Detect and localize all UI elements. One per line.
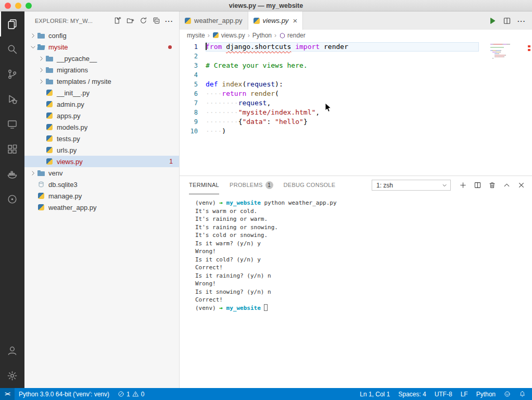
- activitybar-remote-explorer[interactable]: [0, 111, 24, 136]
- tree-item-tests-py[interactable]: tests.py: [24, 133, 179, 144]
- status-problems[interactable]: 10: [113, 388, 148, 400]
- tree-item-label: apps.py: [57, 112, 81, 120]
- activitybar-docker[interactable]: [0, 161, 24, 186]
- tree-item-models-py[interactable]: models.py: [24, 121, 179, 133]
- warning-count: 0: [141, 391, 145, 398]
- code-line-10[interactable]: 10····): [180, 127, 532, 136]
- breadcrumb-separator: ›: [274, 32, 276, 39]
- line-number[interactable]: 8: [180, 108, 206, 117]
- explorer-action-collapse-all[interactable]: [150, 15, 162, 27]
- activitybar-explorer[interactable]: [0, 11, 24, 36]
- line-number[interactable]: 10: [180, 127, 206, 136]
- terminal-shell-select[interactable]: 1: zsh: [372, 180, 451, 191]
- panel-tab-problems[interactable]: PROBLEMS1: [230, 176, 273, 194]
- line-number[interactable]: 7: [180, 98, 206, 108]
- tree-item-migrations[interactable]: migrations: [24, 64, 179, 76]
- panel-tab-debug-console[interactable]: DEBUG CONSOLE: [284, 176, 336, 194]
- code-line-2[interactable]: 2: [180, 52, 532, 61]
- activitybar-settings[interactable]: [0, 363, 24, 388]
- breadcrumb-python[interactable]: Python: [252, 32, 272, 39]
- panel-action-close-panel[interactable]: [515, 180, 527, 191]
- tree-item-label: manage.py: [48, 192, 82, 200]
- line-number[interactable]: 2: [180, 52, 206, 61]
- tree-item-weather-app-py[interactable]: weather_app.py: [24, 202, 179, 213]
- close-panel-icon: [517, 181, 525, 189]
- line-number[interactable]: 5: [180, 80, 206, 89]
- zoom-window-button[interactable]: [26, 3, 32, 9]
- tree-item-pycache[interactable]: __pycache__: [24, 53, 179, 64]
- tab-weather-app-py[interactable]: weather_app.py: [180, 11, 248, 30]
- tree-item-db-sqlite3[interactable]: db.sqlite3: [24, 179, 179, 190]
- breadcrumb-separator: ›: [248, 32, 250, 39]
- activitybar-search[interactable]: [0, 36, 24, 61]
- status-eol[interactable]: LF: [457, 388, 472, 400]
- tree-item-init-py[interactable]: __init__.py: [24, 87, 179, 98]
- breadcrumb-label: mysite: [187, 32, 205, 39]
- code-line-6[interactable]: 6····return render(: [180, 89, 532, 98]
- minimap[interactable]: [490, 44, 524, 59]
- title-bar[interactable]: views.py — my_website: [0, 0, 532, 11]
- tree-item-templates-mysite[interactable]: templates / mysite: [24, 76, 179, 87]
- panel-action-maximize-panel[interactable]: [501, 180, 512, 191]
- code-line-9[interactable]: 9········{"data": "hello"}: [180, 117, 532, 127]
- explorer-action-more[interactable]: ···: [163, 15, 175, 27]
- explorer-action-new-file[interactable]: [111, 15, 123, 27]
- code-line-4[interactable]: 4: [180, 70, 532, 80]
- activitybar-extensions[interactable]: [0, 136, 24, 161]
- editor-action-more[interactable]: ···: [515, 15, 528, 27]
- minimize-window-button[interactable]: [15, 3, 21, 9]
- panel-action-new-terminal[interactable]: [457, 180, 468, 191]
- python-file-icon: [45, 111, 54, 120]
- line-number[interactable]: 6: [180, 89, 206, 98]
- code-line-5[interactable]: 5def index(request):: [180, 80, 532, 89]
- panel-action-split-terminal[interactable]: [472, 180, 483, 191]
- tree-item-views-py[interactable]: views.py1: [24, 156, 179, 167]
- panel-tab-terminal[interactable]: TERMINAL: [189, 176, 219, 194]
- code-line-8[interactable]: 8········"mysite/index.html",: [180, 108, 532, 117]
- status-interpreter[interactable]: Python 3.9.0 64-bit ('venv': venv): [15, 388, 113, 400]
- python-file-icon: [45, 100, 54, 108]
- panel-action-kill-terminal[interactable]: [486, 180, 498, 191]
- settings-icon: [7, 370, 18, 381]
- explorer-action-new-folder[interactable]: [124, 15, 136, 27]
- tree-item-label: migrations: [57, 66, 88, 74]
- code-line-7[interactable]: 7········request,: [180, 98, 532, 108]
- terminal-output[interactable]: (venv) → my_website python weather_app.p…: [180, 194, 532, 312]
- status-cursor-position[interactable]: Ln 1, Col 1: [356, 388, 394, 400]
- code-editor[interactable]: 1from django.shortcuts import render23# …: [180, 41, 532, 176]
- line-number[interactable]: 4: [180, 70, 206, 80]
- tree-item-urls-py[interactable]: urls.py: [24, 144, 179, 156]
- activitybar-accounts[interactable]: [0, 338, 24, 363]
- activitybar-run-debug[interactable]: [0, 86, 24, 111]
- code-line-3[interactable]: 3# Create your views here.: [180, 61, 532, 70]
- status-encoding[interactable]: UTF-8: [430, 388, 457, 400]
- tab-views-py[interactable]: views.py×: [248, 11, 303, 30]
- remote-indicator[interactable]: ><: [0, 388, 15, 400]
- breadcrumb-mysite[interactable]: mysite: [187, 32, 205, 39]
- editor-action-run[interactable]: [486, 15, 499, 27]
- explorer-action-refresh[interactable]: [137, 15, 149, 27]
- tree-item-apps-py[interactable]: apps.py: [24, 110, 179, 121]
- line-number[interactable]: 3: [180, 61, 206, 70]
- code-line-1[interactable]: 1from django.shortcuts import render: [180, 42, 532, 52]
- tree-item-mysite[interactable]: mysite: [24, 41, 179, 53]
- tree-item-admin-py[interactable]: admin.py: [24, 98, 179, 110]
- tree-item-config[interactable]: config: [24, 30, 179, 41]
- code-text: from django.shortcuts import render: [206, 42, 479, 52]
- close-icon[interactable]: ×: [293, 17, 297, 24]
- activitybar-test-explorer[interactable]: [0, 186, 24, 211]
- tree-item-venv[interactable]: venv: [24, 167, 179, 179]
- activitybar-source-control[interactable]: [0, 61, 24, 86]
- close-window-button[interactable]: [5, 3, 11, 9]
- breadcrumb-views-py[interactable]: views.py: [212, 32, 245, 39]
- status-indentation[interactable]: Spaces: 4: [394, 388, 430, 400]
- status-language[interactable]: Python: [472, 388, 500, 400]
- status-notifications[interactable]: [515, 388, 530, 400]
- editor-action-split-editor[interactable]: [501, 15, 513, 27]
- tree-item-manage-py[interactable]: manage.py: [24, 190, 179, 202]
- line-number[interactable]: 9: [180, 117, 206, 127]
- status-feedback[interactable]: [500, 388, 515, 400]
- tab-label: views.py: [263, 17, 289, 24]
- line-number[interactable]: 1: [180, 42, 206, 52]
- breadcrumb-render[interactable]: render: [279, 32, 306, 39]
